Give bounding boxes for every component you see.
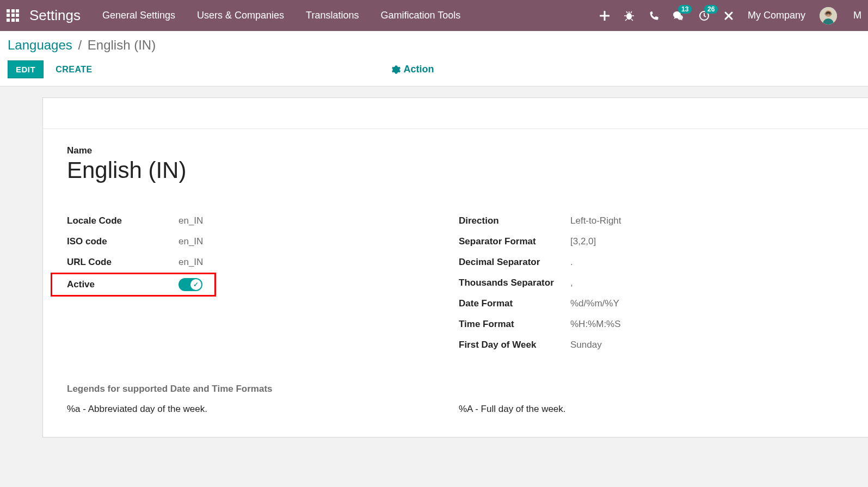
value-separator-format: [3,2,0] [570,236,596,247]
form-sheet: Name English (IN) Locale Code en_IN ISO … [42,97,868,437]
row-url-code: URL Code en_IN [67,252,459,273]
form-col-left: Locale Code en_IN ISO code en_IN URL Cod… [67,211,459,355]
label-time-format: Time Format [459,319,570,330]
create-button[interactable]: CREATE [48,61,100,78]
row-active: Active ✓ [67,274,214,295]
nav-users-companies[interactable]: Users & Companies [197,10,284,21]
nav-general-settings[interactable]: General Settings [102,10,175,21]
app-brand[interactable]: Settings [29,7,81,24]
row-date-format: Date Format %d/%m/%Y [459,293,851,314]
check-icon: ✓ [193,281,199,288]
label-thousands-separator: Thousands Separator [459,278,570,288]
row-separator-format: Separator Format [3,2,0] [459,231,851,252]
row-time-format: Time Format %H:%M:%S [459,314,851,335]
legend-grid: %a - Abbreviated day of the week. %A - F… [67,403,851,415]
label-decimal-separator: Decimal Separator [459,257,570,268]
form-container: Name English (IN) Locale Code en_IN ISO … [0,87,868,437]
nav-translations[interactable]: Translations [306,10,359,21]
legend-col-left: %a - Abbreviated day of the week. [67,403,459,415]
breadcrumb-separator: / [75,38,85,52]
row-iso-code: ISO code en_IN [67,231,459,252]
active-toggle[interactable]: ✓ [178,278,202,291]
avatar[interactable] [820,7,837,24]
label-iso-code: ISO code [67,236,178,247]
legend-item: %a - Abbreviated day of the week. [67,403,459,415]
close-icon[interactable] [724,11,734,21]
value-decimal-separator: . [570,257,573,268]
label-active: Active [67,279,178,290]
nav-gamification-tools[interactable]: Gamification Tools [380,10,460,21]
label-url-code: URL Code [67,257,178,268]
name-label: Name [67,145,851,156]
nav-links: General Settings Users & Companies Trans… [102,10,460,21]
value-date-format: %d/%m/%Y [570,298,619,309]
breadcrumb-current: English (IN) [88,38,156,52]
apps-icon[interactable] [7,9,20,22]
label-first-day: First Day of Week [459,340,570,350]
legend-col-right: %A - Full day of the week. [459,403,851,415]
form-grid: Locale Code en_IN ISO code en_IN URL Cod… [67,211,851,355]
phone-icon[interactable] [649,11,658,21]
user-initial: M [853,10,861,21]
action-label: Action [404,64,434,75]
company-switcher[interactable]: My Company [748,10,805,21]
sheet-body: Name English (IN) Locale Code en_IN ISO … [43,129,868,437]
row-thousands-separator: Thousands Separator , [459,273,851,293]
breadcrumb: Languages / English (IN) [8,38,860,53]
value-locale-code: en_IN [178,215,203,226]
name-value: English (IN) [67,157,851,183]
value-first-day: Sunday [570,340,602,350]
value-url-code: en_IN [178,257,203,268]
sheet-statusbar [43,98,868,129]
row-decimal-separator: Decimal Separator . [459,252,851,273]
activity-badge: 26 [704,5,718,14]
edit-button[interactable]: EDIT [8,60,44,78]
action-dropdown[interactable]: Action [392,64,434,75]
nav-right: 13 26 My Company M [600,7,861,24]
label-locale-code: Locale Code [67,215,178,226]
top-navbar: Settings General Settings Users & Compan… [0,0,868,31]
toggle-knob: ✓ [190,279,201,290]
chat-badge: 13 [678,5,692,14]
gear-icon [392,65,401,74]
value-time-format: %H:%M:%S [570,319,621,330]
control-panel: Languages / English (IN) EDIT CREATE Act… [0,31,868,87]
chat-icon[interactable]: 13 [673,10,685,21]
legends-header: Legends for supported Date and Time Form… [67,384,851,394]
label-separator-format: Separator Format [459,236,570,247]
plus-icon[interactable] [600,11,610,21]
value-thousands-separator: , [570,278,573,288]
form-col-right: Direction Left-to-Right Separator Format… [459,211,851,355]
clock-icon[interactable]: 26 [699,10,710,21]
breadcrumb-parent[interactable]: Languages [8,38,72,52]
row-locale-code: Locale Code en_IN [67,211,459,231]
svg-point-0 [626,13,632,20]
bug-icon[interactable] [624,10,635,21]
label-direction: Direction [459,215,570,226]
value-direction: Left-to-Right [570,215,621,226]
active-highlight: Active ✓ [51,273,216,297]
legend-item: %A - Full day of the week. [459,403,851,415]
label-date-format: Date Format [459,298,570,309]
value-iso-code: en_IN [178,236,203,247]
row-direction: Direction Left-to-Right [459,211,851,231]
row-first-day: First Day of Week Sunday [459,335,851,355]
control-panel-buttons: EDIT CREATE Action [8,60,860,86]
